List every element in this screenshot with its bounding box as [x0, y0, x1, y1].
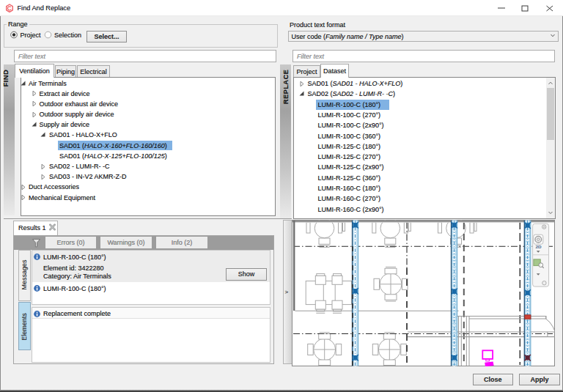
svg-text:2D: 2D [536, 244, 542, 249]
